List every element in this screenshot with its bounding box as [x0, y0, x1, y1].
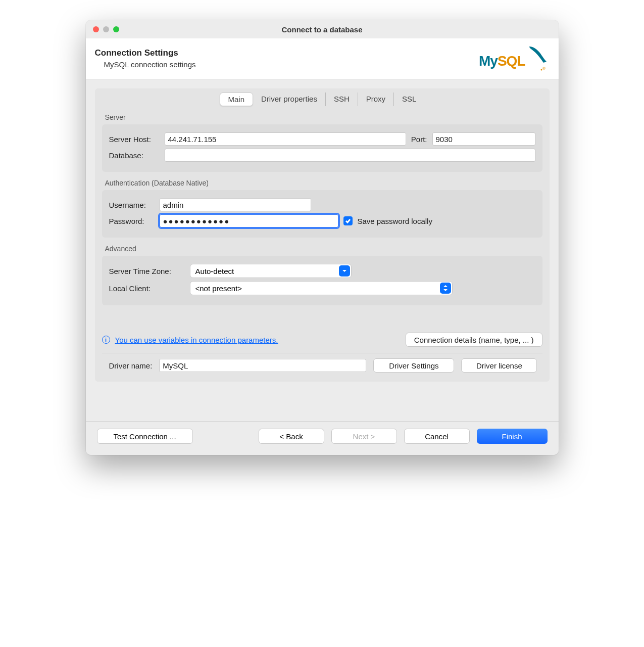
- auth-group: Username: Password: ●●●●●●●●●●●● Save pa…: [102, 190, 542, 238]
- svg-point-2: [540, 69, 542, 70]
- cancel-button[interactable]: Cancel: [404, 429, 470, 444]
- next-button: Next >: [331, 429, 397, 444]
- local-client-label: Local Client:: [109, 284, 185, 293]
- titlebar: Connect to a database: [86, 20, 559, 38]
- driver-license-button[interactable]: Driver license: [461, 358, 537, 373]
- minimize-icon[interactable]: [103, 26, 109, 32]
- driver-settings-button[interactable]: Driver Settings: [373, 358, 454, 373]
- header: Connection Settings MySQL connection set…: [86, 38, 559, 79]
- window-title: Connect to a database: [86, 25, 559, 34]
- username-input[interactable]: [160, 198, 311, 211]
- variables-hint-link[interactable]: You can use variables in connection para…: [115, 336, 401, 344]
- save-password-label: Save password locally: [358, 217, 432, 225]
- test-connection-button[interactable]: Test Connection ...: [97, 429, 193, 444]
- back-button[interactable]: < Back: [259, 429, 324, 444]
- server-host-label: Server Host:: [109, 135, 160, 144]
- tab-driver-properties[interactable]: Driver properties: [253, 93, 326, 106]
- info-icon: i: [102, 336, 110, 344]
- timezone-value: Auto-detect: [195, 267, 234, 275]
- connection-details-button[interactable]: Connection details (name, type, ... ): [406, 333, 542, 347]
- tab-proxy[interactable]: Proxy: [358, 93, 394, 106]
- svg-text:MySQL: MySQL: [479, 53, 525, 69]
- page-title: Connection Settings: [95, 48, 479, 58]
- zoom-icon[interactable]: [113, 26, 119, 32]
- database-label: Database:: [109, 151, 160, 160]
- driver-name-input[interactable]: [159, 359, 366, 372]
- port-label: Port:: [411, 135, 427, 144]
- page-subtitle: MySQL connection settings: [104, 60, 479, 69]
- tab-bar: Main Driver properties SSH Proxy SSL: [95, 88, 550, 113]
- server-group: Server Host: Port: Database:: [102, 124, 542, 172]
- auth-section-label: Authentication (Database Native): [102, 179, 542, 190]
- timezone-label: Server Time Zone:: [109, 267, 185, 275]
- timezone-select[interactable]: Auto-detect: [190, 264, 352, 278]
- advanced-group: Server Time Zone: Auto-detect Local Clie…: [102, 256, 542, 305]
- server-host-input[interactable]: [165, 132, 406, 146]
- port-input[interactable]: [432, 132, 535, 146]
- dialog-window: Connect to a database Connection Setting…: [86, 20, 559, 455]
- svg-text:®: ®: [542, 66, 546, 71]
- local-client-value: <not present>: [195, 284, 242, 293]
- chevron-down-icon: [339, 265, 350, 276]
- mysql-logo-icon: MySQL ®: [479, 42, 550, 74]
- local-client-select[interactable]: <not present>: [190, 281, 453, 295]
- tab-main[interactable]: Main: [220, 93, 254, 106]
- close-icon[interactable]: [93, 26, 99, 32]
- username-label: Username:: [109, 201, 155, 209]
- driver-name-label: Driver name:: [109, 361, 153, 370]
- updown-icon: [440, 283, 451, 294]
- password-input[interactable]: ●●●●●●●●●●●●: [160, 214, 338, 227]
- main-panel: Main Driver properties SSH Proxy SSL Ser…: [95, 88, 550, 382]
- advanced-section-label: Advanced: [102, 245, 542, 256]
- footer: Test Connection ... < Back Next > Cancel…: [86, 421, 559, 455]
- password-label: Password:: [109, 217, 155, 225]
- save-password-checkbox[interactable]: [343, 216, 353, 225]
- server-section-label: Server: [102, 113, 542, 124]
- finish-button[interactable]: Finish: [477, 429, 548, 444]
- tab-ssh[interactable]: SSH: [326, 93, 358, 106]
- database-input[interactable]: [165, 149, 535, 162]
- tab-ssl[interactable]: SSL: [394, 93, 424, 106]
